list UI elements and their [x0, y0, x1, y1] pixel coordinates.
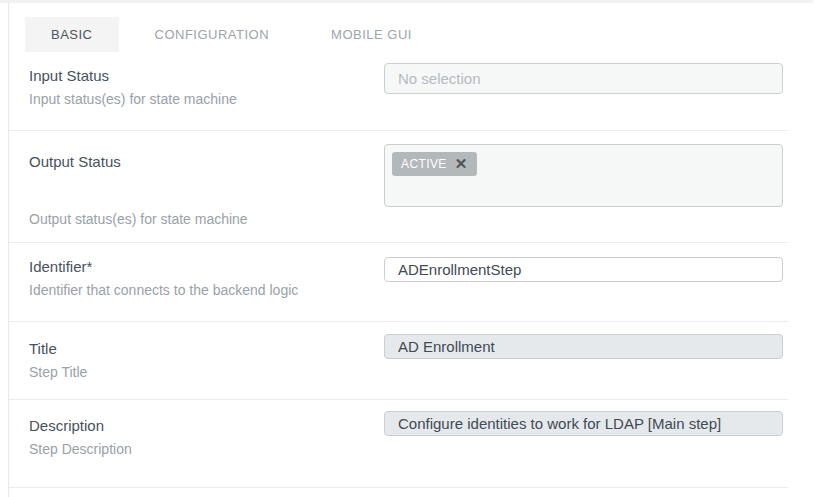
tab-configuration[interactable]: CONFIGURATION [129, 17, 296, 52]
status-tag-label: ACTIVE [401, 157, 447, 171]
title-field[interactable] [384, 334, 783, 359]
identifier-help: Identifier that connects to the backend … [29, 280, 384, 301]
description-label: Description [29, 415, 384, 436]
input-status-help: Input status(es) for state machine [29, 89, 384, 110]
tab-mobile-gui[interactable]: MOBILE GUI [305, 17, 438, 52]
field-row-title: Title Step Title [9, 322, 788, 400]
form-panel: BASIC CONFIGURATION MOBILE GUI Input Sta… [8, 3, 788, 497]
output-status-label: Output Status [29, 151, 384, 172]
title-help: Step Title [29, 362, 384, 383]
status-tag-active: ACTIVE ✕ [392, 152, 477, 176]
output-status-multiselect[interactable]: ACTIVE ✕ [384, 144, 783, 207]
description-help: Step Description [29, 439, 384, 460]
tab-basic[interactable]: BASIC [25, 17, 119, 52]
remove-tag-icon[interactable]: ✕ [455, 157, 468, 171]
input-status-label: Input Status [29, 65, 384, 86]
title-label: Title [29, 338, 384, 359]
identifier-label: Identifier* [29, 256, 384, 277]
input-status-field[interactable] [384, 63, 783, 94]
description-field[interactable] [384, 411, 783, 436]
identifier-field[interactable] [384, 257, 783, 282]
output-status-help: Output status(es) for state machine [29, 209, 384, 230]
field-row-description: Description Step Description [9, 400, 788, 488]
field-row-output-status: Output Status Output status(es) for stat… [9, 131, 788, 243]
field-row-input-status: Input Status Input status(es) for state … [9, 52, 788, 131]
field-row-identifier: Identifier* Identifier that connects to … [9, 243, 788, 322]
tab-bar: BASIC CONFIGURATION MOBILE GUI [9, 3, 788, 52]
